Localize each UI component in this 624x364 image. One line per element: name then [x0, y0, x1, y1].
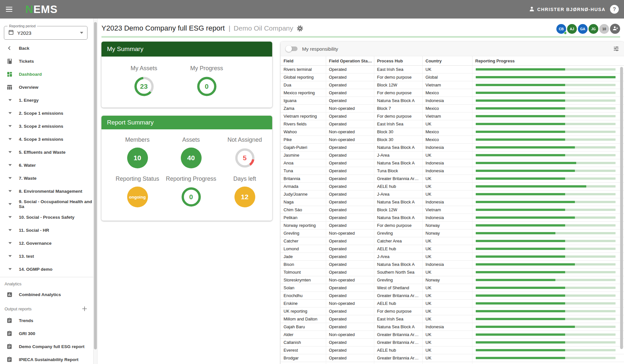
table-row[interactable]: UK reportingOperatedFor demo purposeUK	[281, 307, 624, 315]
sidebar-item-section[interactable]: 6. Water	[0, 159, 93, 172]
add-member-button[interactable]	[610, 24, 620, 34]
table-row[interactable]: BisonOperatedNatuna Sea Block AIndonesia	[281, 261, 624, 268]
sidebar-item-section[interactable]: 5. Effluents and Waste	[0, 146, 93, 159]
table-row[interactable]: Gajah-PuteriOperatedNatuna Sea Block AIn…	[281, 144, 624, 151]
table-row[interactable]: TolmountOperatedSouthern North SeaUK	[281, 268, 624, 276]
column-header[interactable]: Reporting Progress	[472, 56, 624, 66]
table-row[interactable]: Rivers terminalOperatedEast Irish SeaUK	[281, 66, 624, 73]
avatar[interactable]: JG	[589, 24, 598, 34]
cell-hub: Grevling	[374, 229, 422, 237]
table-row[interactable]: PikeNon-operatedBlock 30Mexico	[281, 136, 624, 144]
table-row[interactable]: StoreskrymtenNon-operatedGrevlingNorway	[281, 276, 624, 284]
page-scrollbar[interactable]	[93, 19, 98, 364]
avatar[interactable]: AJ	[567, 24, 577, 34]
cell-country: Indonesia	[422, 144, 472, 151]
cell-status: Operated	[326, 323, 374, 331]
sidebar-item-section[interactable]: 2. Scope 1 emissions	[0, 107, 93, 120]
help-button[interactable]: ?	[610, 5, 619, 14]
table-row[interactable]: Indonesia reportingOperatedFor demo purp…	[281, 362, 624, 364]
my-responsibility-toggle[interactable]	[286, 46, 298, 51]
table-row[interactable]: PelikanOperatedNatuna Sea Block AIndones…	[281, 214, 624, 222]
table-row[interactable]: AlderNon-operatedGreater Britannia Ar…UK	[281, 331, 624, 339]
sidebar-item-section[interactable]: 10. Social - Process Safety	[0, 211, 93, 224]
table-row[interactable]: Gajah BaruOperatedNatuna Sea Block AIndo…	[281, 323, 624, 331]
sidebar-item-section[interactable]: 11. Social - HR	[0, 224, 93, 237]
table-scrollbar-thumb[interactable]	[620, 67, 623, 349]
scrollbar-thumb[interactable]	[94, 22, 97, 349]
sidebar-item-report[interactable]: Demo Company full ESG report	[0, 340, 93, 353]
sidebar-item-section[interactable]: 7. Waste	[0, 172, 93, 185]
cell-country: Vietnam	[422, 112, 472, 120]
table-row[interactable]: JadeOperatedJ-AreaUK	[281, 253, 624, 261]
table-row[interactable]: DuaOperatedBlock 12WVietnam	[281, 81, 624, 89]
table-row[interactable]: BritanniaOperatedGreater Britannia Ar…UK	[281, 175, 624, 183]
user-menu[interactable]: CHRISTER BJØRNØ-HUSA	[529, 6, 605, 13]
table-row[interactable]: ZamaNon-operatedBlock 7Mexico	[281, 105, 624, 112]
table-row[interactable]: LomondOperatedAELE hubUK	[281, 245, 624, 253]
table-row[interactable]: EverestOperatedAELE hubUK	[281, 346, 624, 354]
sidebar-item-section[interactable]: 14. OGMP demo	[0, 263, 93, 276]
sidebar-item-section[interactable]: 8. Environmental Management	[0, 185, 93, 198]
table-row[interactable]: GrevlingNon-operatedGrevlingNorway	[281, 229, 624, 237]
filter-tune-icon[interactable]	[613, 46, 619, 52]
avatar[interactable]: CB	[556, 24, 566, 34]
add-report-button[interactable]	[81, 305, 88, 312]
table-row[interactable]: ErskineNon-operatedAELE hubUK	[281, 300, 624, 307]
sidebar-item-section[interactable]: 12. Governance	[0, 237, 93, 250]
table-row[interactable]: EnochdhuOperatedGreater Britannia Ar…UK	[281, 292, 624, 300]
table-row[interactable]: Rivers fieldsOperatedEast Irish SeaUK	[281, 120, 624, 128]
avatar[interactable]: GA	[578, 24, 588, 34]
sidebar-item-section[interactable]: 1. Energy	[0, 94, 93, 107]
table-row[interactable]: Vietnam reportingOperatedFor demo purpos…	[281, 112, 624, 120]
sidebar-item-dashboard[interactable]: Dashboard	[0, 68, 93, 81]
sidebar-item-combined-analytics[interactable]: Combined Analytics	[0, 288, 93, 301]
avatar[interactable]: 10	[599, 24, 609, 34]
column-header[interactable]: Field Operation Sta…	[326, 56, 374, 66]
sidebar-item-tickets[interactable]: Tickets	[0, 55, 93, 68]
sidebar-item-label: Back	[19, 46, 29, 51]
table-row[interactable]: BrodgarOperatedGreater Britannia Ar…UK	[281, 354, 624, 362]
sidebar-item-report[interactable]: GRI 300	[0, 327, 93, 340]
table-row[interactable]: Judy/JoanneOperatedJ-AreaUK	[281, 190, 624, 198]
logo-letter-n: N	[25, 3, 33, 15]
table-row[interactable]: Norway reportingOperatedFor demo purpose…	[281, 222, 624, 229]
column-header[interactable]: Country	[422, 56, 472, 66]
reporting-period-select[interactable]: Reporting period Y2023	[4, 26, 87, 40]
progress-bar-fill	[476, 84, 565, 86]
column-header[interactable]: Field	[281, 56, 326, 66]
table-row[interactable]: CallanishOperatedGreater Britannia Ar…UK	[281, 339, 624, 346]
sidebar-item-section[interactable]: 4. Scope 3 emissions	[0, 133, 93, 146]
table-scrollbar[interactable]	[620, 67, 623, 349]
table-row[interactable]: TunaOperatedTuna BlockIndonesia	[281, 167, 624, 175]
table-row[interactable]: ArmadaOperatedAELE hubUK	[281, 183, 624, 190]
sidebar-item-back[interactable]: Back	[0, 42, 93, 55]
help-label: ?	[613, 6, 616, 12]
table-row[interactable]: AnoaOperatedNatuna Sea Block AIndonesia	[281, 159, 624, 167]
table-row[interactable]: IguanaOperatedNatuna Sea Block AIndonesi…	[281, 97, 624, 105]
sidebar-item-section[interactable]: 3. Scope 2 emissions	[0, 120, 93, 133]
cell-progress	[472, 292, 624, 300]
table-row[interactable]: Millom and DaltonOperatedEast Irish SeaU…	[281, 315, 624, 323]
sidebar-item-overview[interactable]: Overview	[0, 81, 93, 94]
toggle-knob[interactable]	[285, 46, 292, 52]
table-row[interactable]: JasmineOperatedJ-AreaUK	[281, 151, 624, 159]
table-row[interactable]: Global reportingOperatedFor demo purpose…	[281, 73, 624, 81]
progress-bar-fill	[476, 123, 565, 125]
sidebar-item-report[interactable]: IPIECA Sustainability Report	[0, 353, 93, 364]
column-header[interactable]: Process Hub	[374, 56, 422, 66]
sidebar-item-report[interactable]: Trends	[0, 314, 93, 327]
table-row[interactable]: WahooNon-operatedBlock 30Mexico	[281, 128, 624, 136]
table-row[interactable]: NagaOperatedNatuna Sea Block AIndonesia	[281, 198, 624, 206]
hamburger-menu-icon[interactable]	[6, 6, 13, 13]
cell-country: Mexico	[422, 136, 472, 144]
table-row[interactable]: CatcherOperatedCatcher AreaUK	[281, 237, 624, 245]
progress-bar	[476, 193, 616, 195]
progress-bar-fill	[476, 68, 565, 71]
cell-field: Armada	[281, 183, 326, 190]
table-row[interactable]: SolanOperatedWest of ShetlandUK	[281, 284, 624, 292]
gear-icon[interactable]	[297, 25, 303, 32]
table-row[interactable]: Chim SáoOperatedBlock 12WVietnam	[281, 206, 624, 214]
table-row[interactable]: Mexico reportingOperatedFor demo purpose…	[281, 89, 624, 97]
sidebar-item-section[interactable]: 13. test	[0, 250, 93, 263]
sidebar-item-section[interactable]: 9. Social - Occupational Health and Sa	[0, 198, 93, 211]
